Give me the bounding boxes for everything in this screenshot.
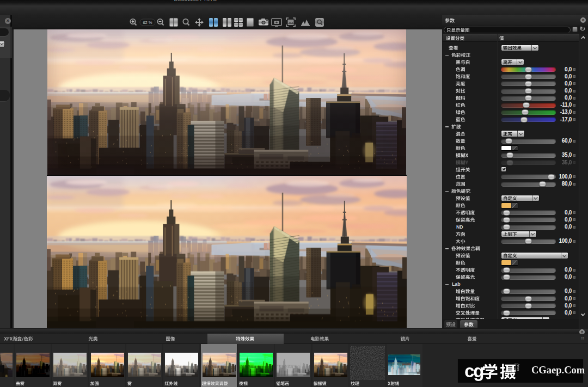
- svg-text:62 %: 62 %: [143, 20, 152, 25]
